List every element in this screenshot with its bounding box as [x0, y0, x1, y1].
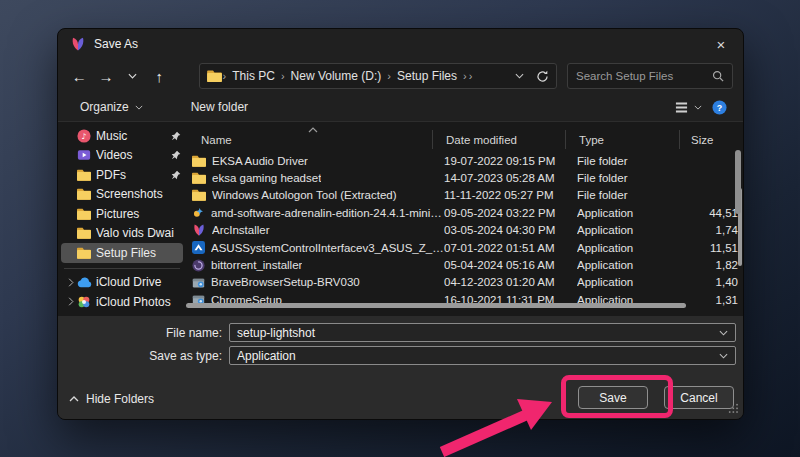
sidebar-item-icloud-photos[interactable]: iCloud Photos	[61, 292, 183, 312]
sidebar-item-valo-vids-dwai[interactable]: Valo vids Dwai	[61, 224, 183, 244]
sidebar-item-icloud-drive[interactable]: iCloud Drive	[61, 273, 183, 293]
annotation-highlight-box	[561, 375, 673, 418]
file-row-eksa-audio-driver[interactable]: EKSA Audio Driver19-07-2022 09:15 PMFile…	[189, 152, 743, 169]
file-row-bravebrowsersetup-brv030[interactable]: BraveBrowserSetup-BRV03004-12-2023 01:20…	[189, 274, 743, 291]
file-size: 1,74	[689, 224, 741, 236]
search-placeholder: Search Setup Files	[576, 70, 712, 82]
folder-icon	[77, 188, 96, 200]
new-folder-button[interactable]: New folder	[191, 100, 248, 114]
file-row-amd-software-adrenalin-edition-24-4-1-mi[interactable]: amd-software-adrenalin-edition-24.4.1-mi…	[189, 204, 743, 221]
save-as-type-value: Application	[237, 349, 719, 363]
title-bar: Save As ×	[58, 29, 743, 59]
hide-folders-button[interactable]: Hide Folders	[69, 392, 154, 406]
feather-icon	[192, 223, 206, 237]
file-row-windows-autologon-tool-extracted[interactable]: Windows Autologon Tool (Extracted)11-11-…	[189, 187, 743, 204]
file-row-bittorrent-installer[interactable]: bittorrent_installer05-04-2024 05:16 AMA…	[189, 256, 743, 273]
file-size: 1,82	[689, 259, 741, 271]
change-view-button[interactable]	[675, 101, 702, 114]
sidebar-item-screenshots[interactable]: Screenshots	[61, 185, 183, 205]
file-name-input[interactable]: setup-lightshot	[229, 323, 736, 342]
file-type: Application	[577, 242, 689, 254]
search-icon	[712, 70, 724, 82]
pin-icon	[169, 170, 183, 180]
resize-grip[interactable]	[728, 403, 739, 417]
file-row-eksa-gaming-headset[interactable]: eksa gaming headset14-07-2023 05:28 AMFi…	[189, 169, 743, 186]
file-row-asussystemcontrolinterfacev3-asus-z-v3-0[interactable]: ASUSSystemControlInterfacev3_ASUS_Z_V3.0…	[189, 239, 743, 256]
sidebar-item-label: Videos	[96, 148, 169, 162]
file-date: 14-07-2023 05:28 AM	[444, 172, 577, 184]
breadcrumb-item-new-volume-d[interactable]: New Volume (D:)	[286, 69, 387, 83]
close-icon[interactable]: ×	[699, 29, 743, 59]
window-title: Save As	[94, 37, 138, 51]
sidebar-item-setup-files[interactable]: Setup Files	[61, 243, 183, 263]
column-header-name[interactable]: Name	[189, 134, 444, 146]
file-date: 04-12-2023 01:20 AM	[444, 276, 577, 288]
file-size: 11,51	[689, 242, 741, 254]
chevron-up-icon	[69, 396, 79, 402]
sidebar-item-music[interactable]: ♪Music	[61, 126, 183, 146]
organize-label: Organize	[80, 100, 129, 114]
main-area: ♪MusicVideosPDFsScreenshotsPicturesValo …	[58, 121, 743, 316]
pin-icon	[169, 150, 183, 160]
address-dropdown-chevron-icon[interactable]	[515, 73, 524, 79]
cloud-icon	[77, 276, 96, 288]
search-input[interactable]: Search Setup Files	[567, 63, 733, 89]
file-type: File folder	[577, 155, 689, 167]
sidebar-item-videos[interactable]: Videos	[61, 146, 183, 166]
recent-locations-chevron-icon[interactable]	[119, 63, 146, 89]
forward-icon[interactable]: →	[93, 63, 120, 89]
column-header-type[interactable]: Type	[577, 134, 689, 146]
breadcrumb-item-setup-files[interactable]: Setup Files	[392, 69, 462, 83]
folder-icon	[77, 208, 96, 220]
organize-button[interactable]: Organize	[80, 100, 143, 114]
file-rows: EKSA Audio Driver19-07-2022 09:15 PMFile…	[189, 152, 743, 309]
file-row-arcinstaller[interactable]: ArcInstaller03-05-2024 04:30 PMApplicati…	[189, 222, 743, 239]
back-icon[interactable]: ←	[66, 63, 93, 89]
file-size: 44,51	[689, 207, 741, 219]
file-type: File folder	[577, 172, 689, 184]
sidebar-item-pdfs[interactable]: PDFs	[61, 165, 183, 185]
amd-icon	[192, 206, 205, 219]
breadcrumb-item-this-pc[interactable]: This PC	[227, 69, 280, 83]
folder-icon	[192, 189, 206, 201]
folder-icon	[192, 172, 206, 184]
pin-icon	[169, 131, 183, 141]
help-icon[interactable]: ?	[712, 100, 727, 115]
sidebar-divider	[64, 268, 180, 269]
sidebar-item-label: Screenshots	[96, 187, 183, 201]
chevron-right-icon[interactable]	[64, 297, 77, 306]
navigation-pane: ♪MusicVideosPDFsScreenshotsPicturesValo …	[58, 122, 186, 316]
file-type: Application	[577, 259, 689, 271]
column-headers: NameDate modifiedTypeSize	[189, 130, 743, 150]
hide-folders-label: Hide Folders	[86, 392, 154, 406]
file-name-value: setup-lightshot	[237, 326, 719, 340]
new-folder-label: New folder	[191, 100, 248, 114]
file-name: bittorrent_installer	[211, 259, 302, 271]
file-size: 1,31	[689, 294, 741, 306]
column-header-date-modified[interactable]: Date modified	[444, 134, 577, 146]
address-bar[interactable]: ›This PC›New Volume (D:)›Setup Files››	[199, 63, 557, 89]
navigation-bar: ← → ↑ ›This PC›New Volume (D:)›Setup Fil…	[58, 59, 743, 93]
file-name: eksa gaming headset	[212, 172, 321, 184]
file-name: EKSA Audio Driver	[212, 155, 308, 167]
chevron-down-icon	[719, 330, 728, 336]
save-as-type-label: Save as type:	[58, 349, 229, 363]
cancel-button[interactable]: Cancel	[664, 386, 734, 409]
details-view-icon	[675, 101, 688, 114]
column-header-size[interactable]: Size	[689, 134, 741, 146]
sidebar-item-label: PDFs	[96, 168, 169, 182]
chevron-down-icon	[135, 105, 143, 110]
up-icon[interactable]: ↑	[146, 63, 173, 89]
folder-icon	[77, 169, 96, 181]
chevron-down-icon	[719, 353, 728, 359]
sidebar-item-pictures[interactable]: Pictures	[61, 204, 183, 224]
chevron-right-icon[interactable]	[64, 278, 77, 287]
refresh-icon[interactable]	[536, 70, 549, 83]
vertical-scrollbar[interactable]	[735, 150, 741, 214]
save-as-type-select[interactable]: Application	[229, 346, 736, 365]
folder-icon	[192, 155, 206, 167]
installer-icon	[192, 276, 205, 289]
horizontal-scrollbar[interactable]	[186, 303, 686, 308]
lightshot-feather-icon	[70, 36, 86, 52]
sidebar-item-label: iCloud Drive	[96, 275, 183, 289]
